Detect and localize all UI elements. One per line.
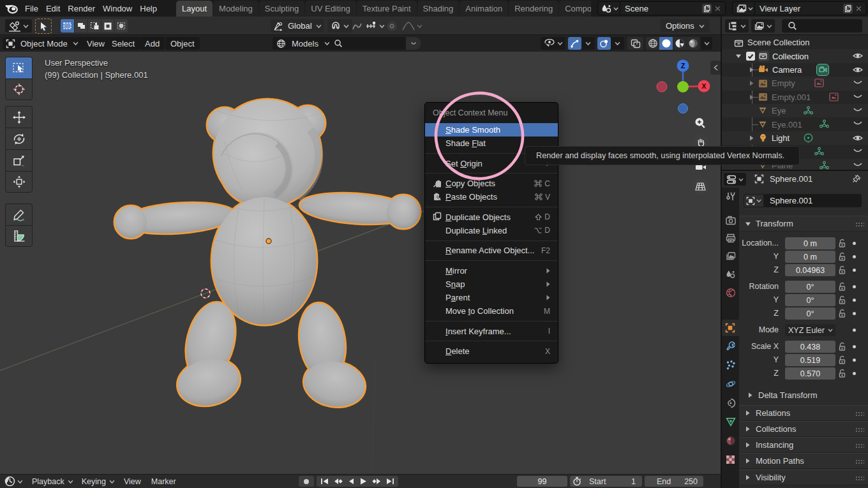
svg-text:Z: Z bbox=[681, 62, 685, 70]
svg-text:X: X bbox=[701, 82, 707, 90]
